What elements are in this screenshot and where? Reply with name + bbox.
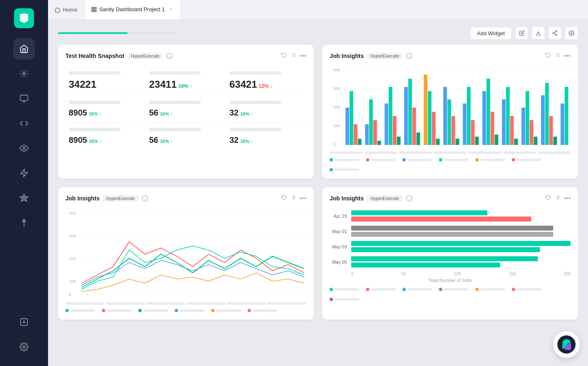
filter-button-4[interactable] <box>554 195 560 202</box>
hbar-row-apr29: Apr 29 <box>330 210 571 222</box>
widget-job-insights-hbar-header: Job Insights HyperExecute ••• <box>330 195 571 202</box>
svg-rect-1 <box>20 95 28 101</box>
svg-text:400: 400 <box>69 211 76 215</box>
legend-hbar-3 <box>402 288 432 291</box>
share-button[interactable] <box>548 26 561 40</box>
sidebar-item-settings[interactable] <box>13 336 35 358</box>
hbar-row-may01: May 01 <box>330 226 571 237</box>
tab-dashboard[interactable]: Sanity Dashboard Project 1 × <box>84 0 181 19</box>
x-axis-labels <box>330 152 571 154</box>
more-button-4[interactable]: ••• <box>564 195 571 202</box>
widget-job-insights-bar-header: Job Insights HyperExecute ••• <box>330 52 571 60</box>
legend-dot-blue <box>402 158 406 161</box>
refresh-button[interactable] <box>281 52 287 60</box>
hbar-row-may03: May 03 <box>330 241 571 252</box>
x-axis-ph-l <box>187 302 226 305</box>
toolbar: Add Widget <box>58 20 578 45</box>
filter-button[interactable] <box>290 52 296 60</box>
svg-rect-54 <box>377 141 381 145</box>
svg-text:300: 300 <box>69 234 76 238</box>
svg-point-12 <box>556 31 557 32</box>
x-tick-0: 0 <box>351 272 354 276</box>
svg-rect-66 <box>436 139 440 145</box>
more-button[interactable]: ••• <box>299 52 306 60</box>
hbar-bar-may03-2 <box>351 247 540 252</box>
svg-point-17 <box>571 32 572 34</box>
sidebar-item-lightning[interactable] <box>13 162 35 184</box>
svg-text:100: 100 <box>333 123 340 128</box>
svg-point-4 <box>23 197 25 199</box>
snapshot-label-8 <box>229 128 281 131</box>
hbar-bar-may05-2 <box>351 262 500 267</box>
sidebar-item-accessibility[interactable] <box>13 212 35 234</box>
snapshot-label-3 <box>69 101 120 104</box>
snapshot-cell-0: 34221 <box>65 66 146 96</box>
legend-item-2 <box>366 158 396 161</box>
add-widget-button[interactable]: Add Widget <box>470 27 512 40</box>
floating-logo[interactable] <box>553 331 580 358</box>
legend-dot-line-6 <box>248 309 251 312</box>
legend-label-7 <box>335 169 359 171</box>
sidebar-item-screen[interactable] <box>13 88 35 109</box>
widget-job-insights-bar-title: Job Insights <box>330 53 364 59</box>
more-button-2[interactable]: ••• <box>564 52 571 60</box>
tab-home[interactable]: Home <box>48 0 84 19</box>
sidebar-item-ai[interactable] <box>13 187 35 209</box>
settings-button[interactable] <box>565 26 578 40</box>
progress-bar-fill <box>58 32 128 34</box>
sidebar-item-telescope[interactable] <box>13 63 35 84</box>
svg-rect-83 <box>521 108 525 145</box>
logo[interactable] <box>14 8 34 28</box>
info-icon[interactable] <box>166 53 173 59</box>
widget-job-insights-hbar-badge: HyperExecute <box>367 195 402 202</box>
refresh-button-4[interactable] <box>545 195 551 202</box>
download-button[interactable] <box>532 26 545 40</box>
svg-rect-82 <box>514 139 518 145</box>
filter-button-3[interactable] <box>290 195 296 202</box>
info-icon-4[interactable] <box>406 195 412 202</box>
svg-line-15 <box>554 34 556 34</box>
legend-label-3 <box>407 159 432 161</box>
snapshot-cell-5: 32 16% ↑ <box>226 96 306 123</box>
filter-button-2[interactable] <box>554 52 560 60</box>
legend-item-7 <box>330 168 359 171</box>
bar-chart-svg: 400 300 200 100 0 Total Number of Jobs <box>330 66 571 149</box>
x-axis-ph-l <box>65 302 104 305</box>
svg-text:0: 0 <box>333 142 335 146</box>
info-icon-2[interactable] <box>406 53 412 59</box>
edit-button[interactable] <box>515 26 528 40</box>
sidebar-item-eye[interactable] <box>13 137 35 159</box>
legend-label-1 <box>335 159 359 161</box>
widget-test-health-header: Test Health Snapshot HyperExecute ••• <box>65 52 306 60</box>
widget-job-insights-hbar: Job Insights HyperExecute ••• <box>322 187 578 320</box>
legend-hbar-label-7 <box>335 298 359 301</box>
snapshot-value-3: 8905 16% ↑ <box>69 108 142 118</box>
widget-test-health: Test Health Snapshot HyperExecute ••• <box>58 45 314 179</box>
refresh-button-2[interactable] <box>545 52 551 60</box>
legend-hbar-6 <box>512 288 542 291</box>
svg-point-7 <box>23 346 25 348</box>
snapshot-delta-7: 16% ↑ <box>160 139 173 144</box>
widget-job-insights-bar-badge: HyperExecute <box>367 53 402 59</box>
hbar-bar-may05-1 <box>351 256 538 261</box>
x-tick-200: 200 <box>564 272 571 276</box>
refresh-button-3[interactable] <box>281 195 287 202</box>
svg-rect-88 <box>545 83 549 145</box>
sidebar-item-code[interactable] <box>13 113 35 134</box>
x-axis-labels-line <box>65 302 306 305</box>
legend-dot-hbar-5 <box>475 288 479 291</box>
info-icon-3[interactable] <box>142 195 148 202</box>
more-button-3[interactable]: ••• <box>299 195 306 202</box>
sidebar-item-home[interactable] <box>13 38 35 60</box>
hbar-bar-may01-1 <box>351 226 553 231</box>
legend-dot-line-1 <box>65 309 69 312</box>
widget-job-insights-bar: Job Insights HyperExecute ••• <box>322 45 578 179</box>
legend-dot-line-4 <box>175 309 178 312</box>
sidebar-item-add[interactable] <box>13 311 35 333</box>
line-chart: 400 300 200 100 0 <box>65 209 306 300</box>
tab-close-button[interactable]: × <box>167 6 174 13</box>
svg-rect-49 <box>354 124 357 145</box>
snapshot-label-0 <box>69 71 120 75</box>
snapshot-label-1 <box>149 71 201 75</box>
hbar-label-apr29: Apr 29 <box>330 214 347 219</box>
